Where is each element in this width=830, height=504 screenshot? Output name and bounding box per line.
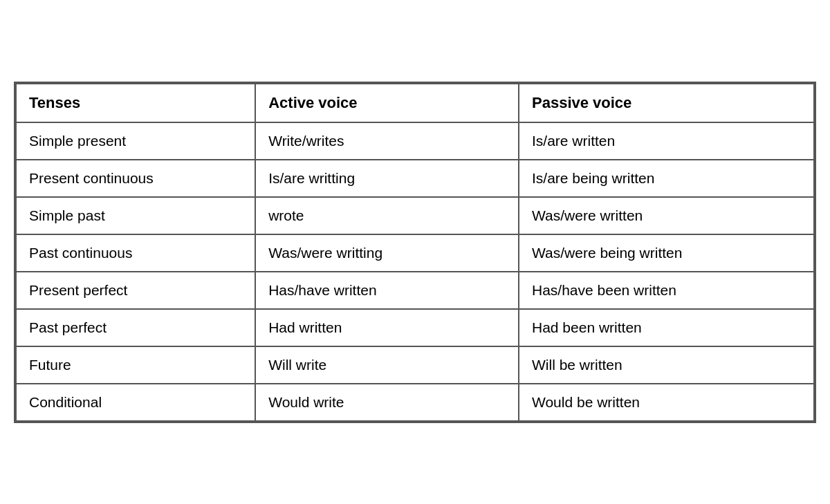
- cell-active: wrote: [255, 197, 519, 234]
- cell-active: Has/have written: [255, 272, 519, 309]
- table-row: Past continuousWas/were writtingWas/were…: [16, 234, 814, 272]
- cell-passive: Would be written: [519, 384, 814, 421]
- cell-passive: Is/are being written: [519, 160, 814, 197]
- cell-active: Will write: [255, 346, 519, 384]
- table-row: FutureWill writeWill be written: [16, 346, 814, 384]
- cell-tense: Simple present: [16, 122, 255, 160]
- header-tenses: Tenses: [16, 84, 255, 122]
- cell-passive: Is/are written: [519, 122, 814, 160]
- grammar-table-container: Tenses Active voice Passive voice Simple…: [14, 82, 816, 423]
- cell-active: Write/writes: [255, 122, 519, 160]
- table-header-row: Tenses Active voice Passive voice: [16, 84, 814, 122]
- cell-tense: Simple past: [16, 197, 255, 234]
- cell-tense: Conditional: [16, 384, 255, 421]
- grammar-table: Tenses Active voice Passive voice Simple…: [15, 83, 815, 422]
- table-row: Present continuousIs/are writtingIs/are …: [16, 160, 814, 197]
- cell-passive: Was/were written: [519, 197, 814, 234]
- table-row: ConditionalWould writeWould be written: [16, 384, 814, 421]
- cell-active: Was/were writting: [255, 234, 519, 272]
- cell-passive: Was/were being written: [519, 234, 814, 272]
- cell-active: Had written: [255, 309, 519, 346]
- cell-tense: Past perfect: [16, 309, 255, 346]
- table-row: Past perfectHad writtenHad been written: [16, 309, 814, 346]
- cell-passive: Had been written: [519, 309, 814, 346]
- table-row: Present perfectHas/have writtenHas/have …: [16, 272, 814, 309]
- cell-passive: Has/have been written: [519, 272, 814, 309]
- cell-passive: Will be written: [519, 346, 814, 384]
- cell-tense: Present continuous: [16, 160, 255, 197]
- cell-tense: Future: [16, 346, 255, 384]
- cell-tense: Present perfect: [16, 272, 255, 309]
- cell-active: Would write: [255, 384, 519, 421]
- table-row: Simple pastwroteWas/were written: [16, 197, 814, 234]
- cell-tense: Past continuous: [16, 234, 255, 272]
- cell-active: Is/are writting: [255, 160, 519, 197]
- table-row: Simple presentWrite/writesIs/are written: [16, 122, 814, 160]
- header-passive: Passive voice: [519, 84, 814, 122]
- header-active: Active voice: [255, 84, 519, 122]
